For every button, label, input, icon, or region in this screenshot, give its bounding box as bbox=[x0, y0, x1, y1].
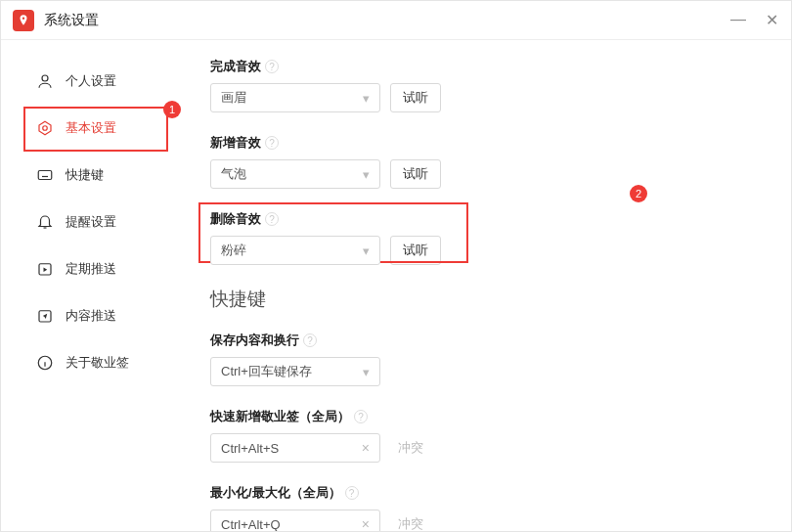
field-quick-add: 快速新增敬业签（全局） ? Ctrl+Alt+S × 冲突 bbox=[210, 408, 766, 463]
sidebar-item-basic[interactable]: 基本设置 bbox=[1, 105, 167, 152]
info-icon bbox=[36, 354, 54, 372]
svg-marker-10 bbox=[44, 268, 48, 273]
send-icon bbox=[36, 307, 54, 325]
clear-icon[interactable]: × bbox=[362, 516, 370, 531]
svg-marker-1 bbox=[39, 121, 51, 135]
select-value: Ctrl+Alt+Q bbox=[221, 517, 281, 532]
field-label: 保存内容和换行 ? bbox=[210, 332, 766, 349]
sidebar-item-label: 个人设置 bbox=[66, 72, 116, 90]
conflict-text: 冲突 bbox=[398, 439, 423, 457]
field-label: 最小化/最大化（全局） ? bbox=[210, 484, 766, 502]
complete-sound-select[interactable]: 画眉 ▾ bbox=[210, 83, 380, 112]
field-complete-sound: 完成音效 ? 画眉 ▾ 试听 bbox=[210, 58, 766, 112]
sidebar-item-reminder[interactable]: 提醒设置 bbox=[1, 199, 167, 245]
section-title-shortcuts: 快捷键 bbox=[210, 287, 766, 312]
field-label: 完成音效 ? bbox=[210, 58, 766, 75]
field-add-sound: 新增音效 ? 气泡 ▾ 试听 bbox=[210, 134, 766, 189]
person-icon bbox=[36, 72, 54, 90]
try-listen-button[interactable]: 试听 bbox=[390, 159, 441, 189]
svg-rect-3 bbox=[38, 171, 52, 180]
chevron-down-icon: ▾ bbox=[363, 244, 370, 258]
field-min-max: 最小化/最大化（全局） ? Ctrl+Alt+Q × 冲突 bbox=[210, 484, 766, 531]
chevron-down-icon: ▾ bbox=[363, 365, 370, 379]
add-sound-select[interactable]: 气泡 ▾ bbox=[210, 159, 380, 189]
svg-point-2 bbox=[43, 126, 48, 131]
delete-sound-select[interactable]: 粉碎 ▾ bbox=[210, 236, 380, 265]
clear-icon[interactable]: × bbox=[362, 440, 370, 456]
window-title: 系统设置 bbox=[44, 12, 99, 29]
window-controls: — ✕ bbox=[730, 11, 779, 29]
sidebar-item-content-push[interactable]: 内容推送 bbox=[1, 292, 167, 339]
select-value: Ctrl+Alt+S bbox=[221, 441, 279, 456]
bell-icon bbox=[36, 213, 54, 231]
sidebar-item-label: 快捷键 bbox=[66, 166, 104, 184]
select-value: 画眉 bbox=[221, 89, 246, 107]
sidebar-item-about[interactable]: 关于敬业签 bbox=[1, 339, 167, 386]
body: 个人设置 基本设置 快捷键 提醒设置 bbox=[1, 40, 791, 531]
try-listen-button[interactable]: 试听 bbox=[390, 83, 441, 112]
content-area: 完成音效 ? 画眉 ▾ 试听 新增音效 ? bbox=[167, 40, 791, 531]
app-logo bbox=[13, 10, 34, 31]
help-icon[interactable]: ? bbox=[345, 486, 359, 500]
save-line-select[interactable]: Ctrl+回车键保存 ▾ bbox=[210, 357, 380, 386]
conflict-text: 冲突 bbox=[398, 515, 423, 531]
help-icon[interactable]: ? bbox=[265, 136, 279, 150]
chevron-down-icon: ▾ bbox=[363, 91, 370, 106]
titlebar: 系统设置 — ✕ bbox=[1, 1, 791, 40]
sidebar-item-shortcuts[interactable]: 快捷键 bbox=[1, 152, 167, 199]
quick-add-input[interactable]: Ctrl+Alt+S × bbox=[210, 433, 380, 463]
help-icon[interactable]: ? bbox=[265, 212, 279, 226]
minimize-button[interactable]: — bbox=[730, 11, 746, 29]
keyboard-icon bbox=[36, 166, 54, 184]
field-label: 新增音效 ? bbox=[210, 134, 766, 152]
sidebar-item-label: 关于敬业签 bbox=[66, 354, 129, 372]
gear-hex-icon bbox=[36, 119, 54, 137]
sidebar-item-label: 定期推送 bbox=[66, 260, 116, 278]
settings-window: 系统设置 — ✕ 个人设置 基本设置 bbox=[0, 0, 792, 532]
calendar-play-icon bbox=[36, 260, 54, 278]
select-value: 气泡 bbox=[221, 165, 246, 183]
try-listen-button[interactable]: 试听 bbox=[390, 236, 441, 265]
svg-point-0 bbox=[42, 75, 48, 81]
field-delete-sound: 删除音效 ? 粉碎 ▾ 试听 bbox=[210, 210, 766, 265]
close-button[interactable]: ✕ bbox=[764, 11, 779, 29]
field-label: 快速新增敬业签（全局） ? bbox=[210, 408, 766, 425]
sidebar-item-label: 提醒设置 bbox=[66, 213, 116, 231]
sidebar-item-label: 内容推送 bbox=[66, 307, 116, 325]
sidebar: 个人设置 基本设置 快捷键 提醒设置 bbox=[1, 40, 167, 531]
help-icon[interactable]: ? bbox=[354, 410, 368, 423]
field-label: 删除音效 ? bbox=[210, 210, 766, 228]
min-max-input[interactable]: Ctrl+Alt+Q × bbox=[210, 510, 380, 531]
chevron-down-icon: ▾ bbox=[363, 167, 370, 182]
annotation-badge-2: 2 bbox=[630, 185, 647, 202]
sidebar-item-label: 基本设置 bbox=[66, 119, 116, 137]
select-value: Ctrl+回车键保存 bbox=[221, 363, 312, 380]
field-save-line: 保存内容和换行 ? Ctrl+回车键保存 ▾ bbox=[210, 332, 766, 386]
help-icon[interactable]: ? bbox=[265, 60, 279, 73]
sidebar-item-personal[interactable]: 个人设置 bbox=[1, 58, 167, 105]
select-value: 粉碎 bbox=[221, 242, 246, 259]
sidebar-item-schedule[interactable]: 定期推送 bbox=[1, 245, 167, 292]
help-icon[interactable]: ? bbox=[303, 333, 317, 347]
